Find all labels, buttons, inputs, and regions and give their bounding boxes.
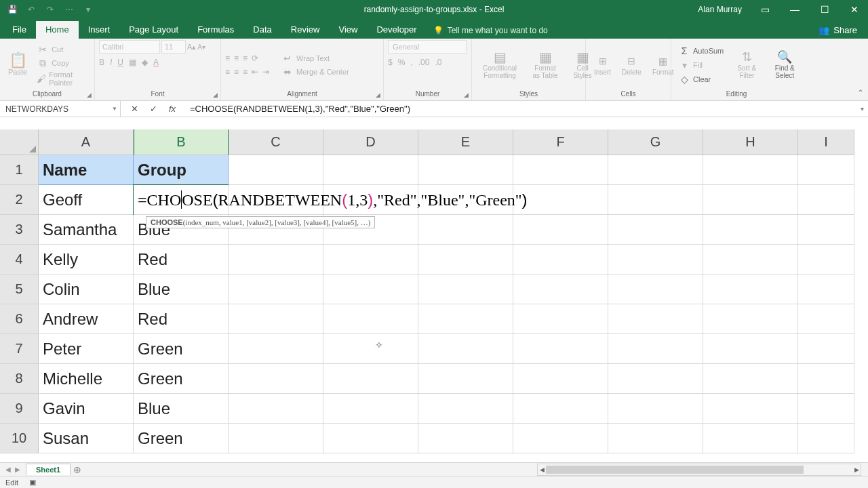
cell-F1[interactable] [513, 155, 608, 185]
font-name-select[interactable]: Calibri [99, 40, 160, 54]
save-icon[interactable]: 💾 [3, 0, 22, 19]
cell-I3[interactable] [798, 215, 854, 245]
row-header-2[interactable]: 2 [0, 185, 39, 215]
cell-B6[interactable]: Red [134, 304, 229, 334]
indent-decrease-icon[interactable]: ⇤ [252, 67, 258, 77]
cell-G8[interactable] [608, 364, 703, 394]
cell-A1[interactable]: Name [39, 155, 134, 185]
cell-C7[interactable] [229, 334, 323, 364]
cell-I9[interactable] [798, 394, 854, 424]
cell-E5[interactable] [418, 274, 513, 304]
cell-D5[interactable] [323, 274, 418, 304]
italic-button[interactable]: I [110, 58, 112, 67]
cell-D9[interactable] [323, 394, 418, 424]
expand-formula-icon[interactable]: ▾ [856, 101, 868, 117]
tellme[interactable]: 💡Tell me what you want to do [427, 22, 555, 39]
cell-E1[interactable] [418, 155, 513, 185]
col-header-D[interactable]: D [323, 129, 418, 155]
scroll-thumb[interactable] [546, 466, 804, 474]
cell-B4[interactable]: Red [134, 245, 229, 274]
cell-A7[interactable]: Peter [39, 334, 134, 364]
cell-I6[interactable] [798, 304, 854, 334]
cell-E9[interactable] [418, 394, 513, 424]
tab-view[interactable]: View [329, 21, 367, 39]
formula-input[interactable]: =CHOOSE(RANDBETWEEN(1,3),"Red","Blue","G… [186, 101, 856, 117]
qat-customize-icon[interactable]: ▾ [79, 0, 98, 19]
col-header-C[interactable]: C [229, 129, 323, 155]
cell-F3[interactable] [513, 215, 608, 245]
tab-data[interactable]: Data [243, 21, 281, 39]
dialog-launcher-icon[interactable]: ◢ [87, 92, 92, 98]
name-box[interactable]: NETWORKDAYS▼ [0, 101, 121, 117]
clear-button[interactable]: ◇Clear [675, 73, 726, 86]
fx-icon[interactable]: fx [163, 104, 182, 114]
underline-button[interactable]: U [117, 58, 123, 67]
macro-record-icon[interactable]: ▣ [29, 478, 36, 487]
cell-I2[interactable] [798, 185, 854, 215]
cell-I1[interactable] [798, 155, 854, 185]
copy-button[interactable]: ⧉Copy [34, 56, 90, 70]
row-header-9[interactable]: 9 [0, 394, 39, 424]
cell-E6[interactable] [418, 304, 513, 334]
col-header-H[interactable]: H [703, 129, 798, 155]
cell-H8[interactable] [703, 364, 798, 394]
conditional-formatting-button[interactable]: ▤Conditional Formatting [476, 49, 524, 81]
cell-H5[interactable] [703, 274, 798, 304]
cell-I8[interactable] [798, 364, 854, 394]
new-sheet-button[interactable]: ⊕ [71, 463, 84, 476]
cell-G9[interactable] [608, 394, 703, 424]
format-as-table-button[interactable]: ▦Format as Table [526, 49, 564, 81]
cell-F5[interactable] [513, 274, 608, 304]
scroll-right-icon[interactable]: ▶ [852, 466, 861, 473]
cell-D6[interactable] [323, 304, 418, 334]
cell-C5[interactable] [229, 274, 323, 304]
cell-I10[interactable] [798, 424, 854, 453]
maximize-icon[interactable]: ☐ [811, 0, 838, 19]
row-header-6[interactable]: 6 [0, 304, 39, 334]
sheet-nav-next-icon[interactable]: ▶ [15, 466, 20, 473]
cell-E10[interactable] [418, 424, 513, 453]
tab-insert[interactable]: Insert [79, 21, 120, 39]
cell-G7[interactable] [608, 334, 703, 364]
cell-C10[interactable] [229, 424, 323, 453]
cell-E7[interactable] [418, 334, 513, 364]
cell-A10[interactable]: Susan [39, 424, 134, 453]
dialog-launcher-icon[interactable]: ◢ [376, 92, 380, 98]
collapse-ribbon-icon[interactable]: ⌃ [857, 88, 864, 98]
row-header-7[interactable]: 7 [0, 334, 39, 364]
cancel-formula-button[interactable]: ✕ [125, 104, 144, 114]
cell-B10[interactable]: Green [134, 424, 229, 453]
align-center-icon[interactable]: ≡ [234, 67, 239, 77]
row-header-5[interactable]: 5 [0, 274, 39, 304]
increase-decimal-icon[interactable]: .00 [418, 58, 430, 67]
cell-E8[interactable] [418, 364, 513, 394]
spreadsheet-grid[interactable]: A B C D E F G H I 1 Name Group 2 Geoff =… [0, 129, 868, 462]
cell-A4[interactable]: Kelly [39, 245, 134, 274]
row-header-8[interactable]: 8 [0, 364, 39, 394]
close-icon[interactable]: ✕ [841, 0, 868, 19]
fill-color-button[interactable]: ◆ [142, 58, 148, 67]
cell-E3[interactable] [418, 215, 513, 245]
scroll-left-icon[interactable]: ◀ [538, 466, 546, 473]
font-size-select[interactable]: 11 [161, 40, 186, 54]
border-button[interactable]: ▦ [129, 58, 136, 67]
align-left-icon[interactable]: ≡ [225, 67, 230, 77]
cell-C4[interactable] [229, 245, 323, 274]
select-all-corner[interactable] [0, 129, 39, 155]
cell-H6[interactable] [703, 304, 798, 334]
cell-G1[interactable] [608, 155, 703, 185]
wrap-text-button[interactable]: ↵Wrap Text [279, 52, 352, 65]
accounting-icon[interactable]: $ [388, 58, 393, 67]
col-header-G[interactable]: G [608, 129, 703, 155]
dialog-launcher-icon[interactable]: ◢ [213, 92, 218, 98]
cell-A2[interactable]: Geoff [39, 185, 134, 215]
cell-F6[interactable] [513, 304, 608, 334]
cell-D1[interactable] [323, 155, 418, 185]
align-top-icon[interactable]: ≡ [225, 54, 230, 63]
cell-C1[interactable] [229, 155, 323, 185]
cell-D7[interactable] [323, 334, 418, 364]
tab-review[interactable]: Review [281, 21, 330, 39]
font-color-button[interactable]: A [153, 58, 159, 67]
cell-D4[interactable] [323, 245, 418, 274]
col-header-E[interactable]: E [418, 129, 513, 155]
